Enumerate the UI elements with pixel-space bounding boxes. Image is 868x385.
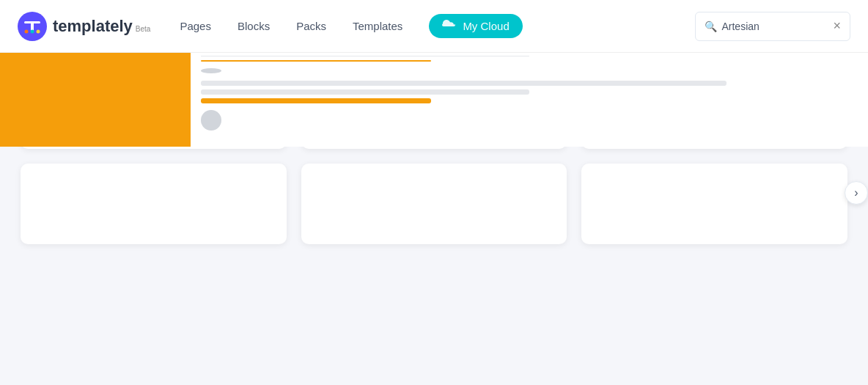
- main-nav: Pages Blocks Packs Templates My Cloud: [180, 14, 695, 38]
- templates-grid: FREE Artesian Construction Website Templ…: [21, 103, 847, 244]
- search-input[interactable]: [721, 21, 824, 32]
- svg-point-5: [37, 29, 40, 33]
- logo-area: templately Beta: [18, 12, 150, 41]
- logo-text: templately: [53, 17, 133, 36]
- template-card[interactable]: FREE: [21, 164, 287, 244]
- nav-blocks[interactable]: Blocks: [238, 17, 270, 35]
- logo-icon: [18, 12, 47, 41]
- template-card[interactable]: FREE: [301, 164, 567, 244]
- nav-packs[interactable]: Packs: [296, 17, 326, 35]
- search-area: 🔍 ×: [695, 12, 850, 41]
- svg-point-3: [25, 29, 29, 33]
- card-preview: FREE: [581, 103, 847, 147]
- beta-badge: Beta: [136, 25, 151, 33]
- my-cloud-label: My Cloud: [463, 20, 509, 32]
- cloud-icon: [442, 20, 457, 32]
- close-button[interactable]: ×: [833, 18, 841, 34]
- main-content: FREE Artesian Construction Website Templ…: [0, 86, 868, 262]
- header: templately Beta Pages Blocks Packs Templ…: [0, 0, 868, 53]
- search-icon: 🔍: [705, 21, 717, 32]
- logo-text-group: templately Beta: [53, 17, 150, 36]
- nav-templates[interactable]: Templates: [353, 17, 402, 35]
- my-cloud-button[interactable]: My Cloud: [429, 14, 522, 38]
- template-card[interactable]: FREE: [581, 164, 847, 244]
- nav-pages[interactable]: Pages: [180, 17, 211, 35]
- svg-point-4: [31, 29, 34, 33]
- template-card[interactable]: FREE Artesian Header byWPDeveloper $0: [581, 103, 847, 149]
- scroll-right-arrow[interactable]: ›: [845, 181, 868, 205]
